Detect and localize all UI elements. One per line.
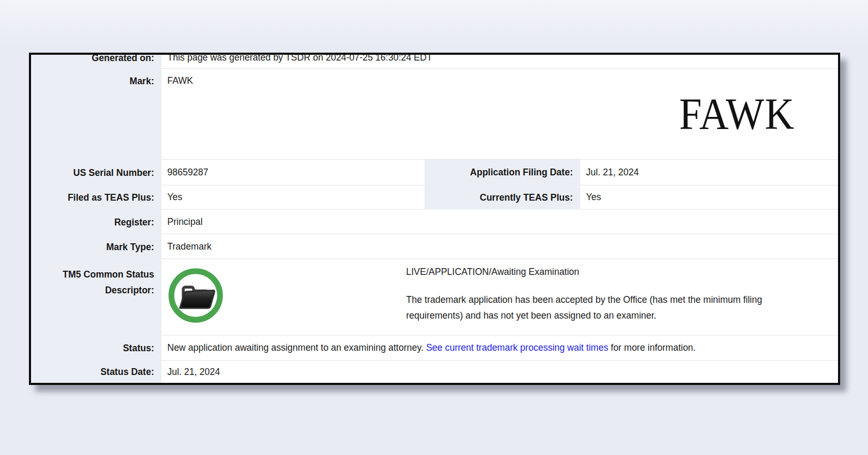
tm5-label-cell: TM5 Common Status Descriptor: bbox=[31, 259, 162, 335]
row-mark-type: Mark Type: Trademark bbox=[31, 234, 838, 259]
row-teas-plus: Filed as TEAS Plus: Yes Currently TEAS P… bbox=[31, 185, 838, 210]
page-background: { "rows": { "generated_on": { "label": "… bbox=[0, 0, 868, 455]
register-label-cell: Register: bbox=[31, 210, 162, 234]
processing-wait-times-link[interactable]: See current trademark processing wait ti… bbox=[426, 342, 608, 353]
currently-teas-plus-label-cell: Currently TEAS Plus: bbox=[425, 185, 580, 210]
mark-type-label: Mark Type: bbox=[106, 241, 154, 253]
open-folder-in-green-circle-icon bbox=[165, 264, 227, 327]
mark-type-value: Trademark bbox=[162, 234, 838, 259]
mark-label: Mark: bbox=[129, 75, 154, 87]
row-mark: Mark: FAWK FAWK bbox=[31, 69, 838, 160]
row-register: Register: Principal bbox=[31, 210, 838, 234]
application-filing-date-value: Jul. 21, 2024 bbox=[580, 160, 838, 185]
us-serial-number-value: 98659287 bbox=[162, 160, 425, 185]
tm5-status-line: LIVE/APPLICATION/Awaiting Examination bbox=[406, 265, 798, 279]
row-serial-and-filing-date: US Serial Number: 98659287 Application F… bbox=[31, 160, 838, 185]
currently-teas-plus-value: Yes bbox=[580, 185, 838, 210]
register-value: Principal bbox=[162, 210, 838, 234]
filed-teas-plus-value: Yes bbox=[162, 185, 425, 210]
register-label: Register: bbox=[114, 216, 154, 228]
filed-teas-plus-label: Filed as TEAS Plus: bbox=[68, 192, 154, 203]
generated-on-value: This page was generated by TSDR on 2024-… bbox=[167, 55, 432, 63]
tsdr-status-panel: Generated on: This page was generated by… bbox=[29, 53, 840, 385]
row-tm5-common-status: TM5 Common Status Descriptor: bbox=[31, 259, 838, 335]
mark-value-cell: FAWK FAWK bbox=[162, 69, 838, 160]
status-date-label: Status Date: bbox=[100, 366, 154, 378]
status-value: New application awaiting assignment to a… bbox=[167, 342, 695, 353]
filed-teas-plus-label-cell: Filed as TEAS Plus: bbox=[31, 185, 162, 210]
application-filing-date-label: Application Filing Date: bbox=[470, 167, 573, 178]
status-table: Generated on: This page was generated by… bbox=[31, 55, 838, 383]
tm5-label-line2: Descriptor: bbox=[105, 282, 154, 298]
tm5-value-cell: LIVE/APPLICATION/Awaiting Examination Th… bbox=[162, 259, 838, 335]
tm5-description: The trademark application has been accep… bbox=[406, 292, 795, 323]
large-mark-display: FAWK bbox=[679, 69, 794, 159]
row-status-date: Status Date: Jul. 21, 2024 bbox=[31, 361, 838, 383]
currently-teas-plus-label: Currently TEAS Plus: bbox=[480, 192, 573, 203]
us-serial-number-label: US Serial Number: bbox=[73, 167, 154, 179]
status-label: Status: bbox=[123, 342, 154, 354]
row-status: Status: New application awaiting assignm… bbox=[31, 335, 838, 361]
tm5-label-line1: TM5 Common Status bbox=[63, 266, 154, 282]
us-serial-number-label-cell: US Serial Number: bbox=[31, 160, 162, 185]
status-value-prefix: New application awaiting assignment to a… bbox=[167, 342, 426, 353]
row-generated-on: Generated on: This page was generated by… bbox=[31, 55, 838, 69]
status-date-value: Jul. 21, 2024 bbox=[162, 361, 838, 383]
tm5-status-text-block: LIVE/APPLICATION/Awaiting Examination Th… bbox=[406, 265, 798, 323]
generated-on-label: Generated on: bbox=[92, 55, 154, 64]
generated-on-label-cell: Generated on: bbox=[31, 55, 162, 69]
mark-type-label-cell: Mark Type: bbox=[31, 234, 162, 259]
generated-on-value-cell: This page was generated by TSDR on 2024-… bbox=[162, 55, 838, 69]
folder-front-icon bbox=[180, 290, 215, 308]
mark-value: FAWK bbox=[167, 75, 193, 86]
application-filing-date-label-cell: Application Filing Date: bbox=[425, 160, 580, 185]
status-value-suffix: for more information. bbox=[608, 342, 695, 353]
mark-label-cell: Mark: bbox=[31, 69, 162, 160]
status-label-cell: Status: bbox=[31, 335, 162, 361]
status-value-cell: New application awaiting assignment to a… bbox=[162, 335, 838, 361]
status-date-label-cell: Status Date: bbox=[31, 361, 162, 383]
